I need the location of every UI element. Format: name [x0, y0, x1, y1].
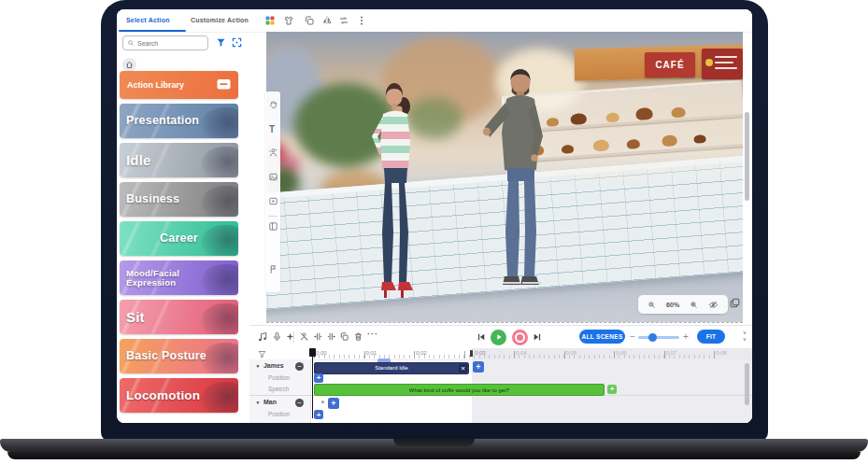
- panels-tool-icon[interactable]: [268, 221, 278, 232]
- add-action-clip-button[interactable]: +: [473, 361, 484, 373]
- microphone-icon[interactable]: [272, 331, 282, 342]
- timeline-zoom-in-button[interactable]: +: [683, 330, 689, 343]
- video-tool-icon[interactable]: [268, 196, 278, 206]
- image-tool-icon[interactable]: [268, 172, 278, 182]
- audio-icon[interactable]: [257, 331, 268, 343]
- add-position-keyframe-button[interactable]: +: [314, 373, 323, 383]
- category-tile-idle[interactable]: Idle: [120, 143, 238, 177]
- tool-strip-divider: [268, 216, 277, 217]
- search-icon: [127, 39, 135, 47]
- more-options-icon[interactable]: ···: [367, 330, 378, 339]
- timeline-zoom-out-button[interactable]: −: [630, 330, 635, 343]
- subtrack-position-james[interactable]: Position: [268, 374, 290, 381]
- ruler-label: 0:08: [716, 350, 727, 356]
- filter-tracks-icon[interactable]: [258, 350, 266, 359]
- search-row: [117, 35, 249, 54]
- record-button[interactable]: [512, 330, 528, 345]
- clip-label: Standard Idle: [375, 365, 408, 371]
- swap-arrows-icon[interactable]: [338, 15, 349, 26]
- skip-to-start-button[interactable]: [477, 332, 486, 342]
- viewport-zoom-controls: 60%: [638, 295, 728, 314]
- play-button[interactable]: [491, 330, 506, 345]
- laptop-base-notch: [393, 439, 475, 446]
- action-library-header[interactable]: Action Library: [120, 71, 238, 99]
- subtrack-speech-james[interactable]: Speech: [268, 386, 289, 392]
- speech-clip[interactable]: What kind of coffe would you like to get…: [314, 384, 605, 396]
- active-tab-underline: [119, 30, 186, 32]
- collapse-timeline-icon[interactable]: ∨∨: [739, 330, 750, 343]
- category-tile-career[interactable]: Career: [120, 221, 238, 256]
- canvas-resize-edge[interactable]: [266, 322, 743, 323]
- home-button[interactable]: [122, 58, 136, 72]
- text-tool-icon[interactable]: T: [269, 124, 275, 134]
- track-name: Man: [263, 399, 277, 405]
- chevron-down-icon[interactable]: ▼: [255, 400, 261, 404]
- chevron-down-icon[interactable]: ▼: [255, 363, 261, 368]
- action-clip-standard-idle[interactable]: Standard Idle ✕: [314, 362, 469, 374]
- category-tile-locomotion[interactable]: Locomotion: [120, 378, 238, 413]
- laptop-base-bottom: [7, 452, 861, 459]
- category-tile-presentation[interactable]: Presentation: [120, 104, 238, 138]
- trim-end-icon[interactable]: [326, 331, 336, 342]
- scene-end-marker[interactable]: [470, 350, 473, 357]
- all-scenes-button[interactable]: ALL SCENES: [579, 330, 625, 344]
- viewport-tool-strip: T: [265, 91, 280, 292]
- copy-clip-icon[interactable]: [339, 331, 349, 342]
- timeline-zoom-slider-thumb[interactable]: [648, 333, 657, 342]
- clip-stretch-handle[interactable]: [377, 359, 391, 362]
- remove-track-button[interactable]: −: [295, 399, 304, 407]
- viewport-scrollbar[interactable]: [745, 112, 749, 201]
- hide-character-icon[interactable]: [299, 331, 309, 342]
- trim-start-icon[interactable]: [313, 331, 323, 342]
- search-box[interactable]: [122, 35, 208, 50]
- delete-clip-icon[interactable]: [353, 331, 363, 342]
- scene-canvas[interactable]: CAFÉ: [266, 32, 743, 322]
- hide-ui-icon[interactable]: [708, 300, 719, 310]
- man-character[interactable]: [477, 63, 563, 299]
- zoom-in-icon[interactable]: [690, 301, 698, 309]
- remove-track-button[interactable]: −: [295, 362, 304, 371]
- category-tile-basic-posture[interactable]: Basic Posture: [120, 339, 238, 373]
- drag-dot: [321, 401, 324, 403]
- woman-character[interactable]: [365, 78, 425, 312]
- playhead-handle[interactable]: [309, 348, 316, 357]
- action-library-label: Action Library: [127, 80, 184, 90]
- fit-button[interactable]: FIT: [697, 330, 725, 344]
- track-names-column: ▼ James − Position Speech ▼ Man − Positi…: [249, 359, 311, 423]
- zoom-level: 60%: [666, 302, 679, 308]
- zoom-out-icon[interactable]: [647, 301, 656, 309]
- mirror-flip-icon[interactable]: [321, 15, 333, 26]
- skip-to-end-button[interactable]: [533, 332, 542, 342]
- category-tile-business[interactable]: Business: [120, 182, 238, 217]
- app-window: Select Action Customize Action: [117, 9, 752, 423]
- add-action-clip-button-man[interactable]: +: [328, 398, 339, 409]
- pan-hand-icon[interactable]: [268, 99, 278, 109]
- track-header-man[interactable]: ▼ Man: [255, 399, 277, 405]
- filter-button[interactable]: [216, 37, 226, 48]
- clip-close-icon[interactable]: ✕: [459, 364, 467, 373]
- flag-tool-icon[interactable]: [268, 264, 278, 274]
- palette-icon[interactable]: [264, 15, 276, 26]
- duplicate-view-icon[interactable]: [729, 297, 741, 309]
- track-header-james[interactable]: ▼ James: [255, 362, 284, 369]
- folder-icon: [216, 77, 232, 91]
- add-position-keyframe-button-man[interactable]: +: [314, 410, 323, 419]
- duplicate-icon[interactable]: [304, 15, 315, 26]
- more-kebab-icon[interactable]: [356, 15, 367, 26]
- timeline-toolbar: ··· ALL SCENES −: [249, 326, 752, 349]
- subtrack-position-man[interactable]: Position: [268, 411, 290, 417]
- playhead-line: [312, 348, 314, 418]
- outfit-shirt-icon[interactable]: [283, 15, 294, 26]
- category-tile-mood-facial-expression[interactable]: Mood/Facial Expression: [120, 260, 238, 295]
- add-speech-clip-button[interactable]: +: [607, 385, 617, 394]
- tab-customize-action[interactable]: Customize Action: [191, 17, 249, 23]
- timeline-scrollbar[interactable]: [745, 363, 749, 405]
- main-area: CAFÉ: [249, 9, 752, 423]
- category-tile-sit[interactable]: Sit: [120, 300, 238, 334]
- track-name: James: [263, 362, 284, 369]
- tab-select-action[interactable]: Select Action: [126, 17, 170, 23]
- timeline-zoom-slider-track[interactable]: [638, 336, 679, 339]
- character-tool-icon[interactable]: [268, 148, 278, 158]
- fit-view-button[interactable]: [232, 37, 242, 48]
- search-input[interactable]: [137, 40, 203, 47]
